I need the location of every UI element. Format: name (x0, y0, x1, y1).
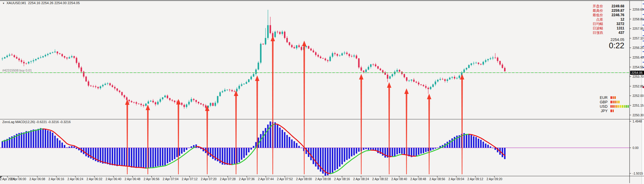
strength-bar (612, 105, 613, 108)
time-tick-label: 2 Apr 07:36 (239, 177, 255, 181)
price-tick-label: 2252.00 (633, 94, 644, 97)
info-label: 点差 (582, 17, 603, 22)
strength-bars (610, 105, 629, 108)
info-label: 日波幅 (582, 26, 603, 31)
candles-layer (2, 10, 506, 109)
time-tick-label: 2 Apr 09:20 (486, 177, 502, 181)
time-tick-label: 2 Apr 08:08 (315, 177, 331, 181)
strength-bars (610, 110, 629, 112)
info-row: 日均幅3272 (582, 22, 624, 26)
price-tick-label: 2258.80 (633, 17, 644, 21)
trading-terminal-window: ▼XAUUSD,M1 2254.16 2254.26 2254.00 2254.… (0, 0, 644, 184)
info-label: 日涨跌 (582, 31, 603, 35)
price-tick-label: 2253.70 (633, 75, 644, 78)
symbol-ohlc-values: 2254.16 2254.26 2254.00 2254.05 (28, 1, 80, 5)
info-value: 1311 (603, 26, 624, 31)
symbol-name: XAUUSD,M1 (6, 1, 26, 5)
strength-bar (628, 105, 629, 108)
candle-countdown-timer: 0:22 (609, 41, 624, 50)
time-tick-label: 2 Apr 08:56 (429, 177, 445, 181)
strength-bars (610, 101, 629, 103)
price-tick-label: 2259.65 (633, 8, 644, 11)
price-tick-label: 2252.85 (633, 84, 644, 88)
time-tick-label: 2 Apr 08:32 (372, 177, 388, 181)
time-tick-label: 2 Apr 07:12 (182, 177, 198, 181)
time-tick-label: 2 Apr 06:48 (125, 177, 140, 181)
strength-bar (616, 105, 617, 108)
strength-bars (610, 96, 629, 99)
strength-bar (610, 105, 612, 108)
strength-bar (610, 110, 612, 112)
trade-signal-arrow (388, 87, 390, 174)
time-tick-label: 2 Apr 08:00 (296, 177, 312, 181)
info-label: 最低价 (582, 13, 603, 17)
strength-bar (618, 101, 620, 103)
strength-bar (613, 96, 614, 99)
info-label: 日均幅 (582, 22, 603, 26)
info-row: 开盘价2249.68 (582, 4, 624, 9)
strength-bar (613, 101, 614, 103)
trade-signal-arrow (272, 40, 273, 174)
chart-borders (0, 0, 644, 184)
currency-row: GBP (600, 100, 629, 104)
strength-bar (614, 105, 615, 108)
price-tick-label: 2256.25 (633, 46, 644, 49)
macd-histogram (2, 122, 506, 176)
strength-bar (610, 96, 612, 99)
currency-code: JPY (601, 109, 608, 113)
chart-canvas[interactable] (0, 0, 644, 184)
time-tick-label: 2 Apr 06:32 (86, 177, 102, 181)
time-tick-label: 2 Apr 08:16 (334, 177, 350, 181)
trade-signal-arrow (206, 110, 208, 174)
strength-bar (624, 105, 625, 108)
time-tick-label: 2 Apr 06:00 (10, 177, 26, 181)
macd-tick-label: -1.5015 (633, 172, 643, 175)
trade-signal-arrow (303, 45, 305, 174)
trade-signal-arrow (406, 93, 407, 174)
time-tick-label: 2 Apr 06:24 (68, 177, 83, 181)
macd-indicator-label: ZeroLag MACD(12,26) -0.6221 -0.3216 -0.3… (2, 120, 71, 124)
info-row: 日涨跌437 (582, 31, 624, 35)
trade-signal-arrow (461, 78, 463, 174)
price-tick-label: 2254.55 (633, 65, 644, 69)
trade-signal-arrow (178, 103, 179, 174)
daily-info-panel: 开盘价2249.68最高价2259.87最低价2246.76点差12日均幅327… (582, 4, 624, 35)
info-value: 2249.68 (603, 4, 624, 9)
currency-code: EUR (600, 96, 608, 100)
price-tick-label: 2251.15 (633, 104, 644, 107)
trade-signal-arrow (360, 78, 362, 174)
time-tick-label: 2 Apr 06:08 (29, 177, 45, 181)
strength-bar (613, 110, 614, 112)
chevron-down-icon[interactable]: ▼ (2, 2, 5, 5)
price-tick-label: 2255.40 (633, 56, 644, 59)
currency-row: JPY (600, 109, 629, 113)
info-row: 日波幅1311 (582, 26, 624, 31)
strength-bar (614, 101, 616, 103)
current-price-tag: 2254.05 (630, 71, 644, 75)
info-label: 最高价 (582, 9, 603, 13)
info-row: 最高价2259.87 (582, 9, 624, 13)
strength-bar (610, 101, 612, 103)
time-tick-label: 2 Apr 08:24 (353, 177, 369, 181)
info-label: 开盘价 (582, 4, 603, 9)
strength-bar (614, 96, 616, 99)
time-tick-label: 2 Apr 09:12 (467, 177, 483, 181)
time-tick-label: 2 Apr 07:20 (201, 177, 217, 181)
info-row: 点差12 (582, 17, 624, 22)
strength-bar (616, 101, 618, 103)
time-tick-label: 2 Apr 07:28 (220, 177, 236, 181)
time-tick-label: 2 Apr 07:52 (277, 177, 293, 181)
open-position-label[interactable]: #42315508 buy 0.01 (2, 69, 32, 72)
price-tick-label: 2257.95 (633, 27, 644, 30)
macd-tick-label: 0.00 (633, 146, 638, 150)
time-tick-label: 2 Apr 08:40 (391, 177, 407, 181)
symbol-ohlc-label: ▼XAUUSD,M1 2254.16 2254.26 2254.00 2254.… (2, 1, 80, 5)
time-tick-label: 2 Apr 07:04 (163, 177, 179, 181)
price-tick-label: 2250.30 (633, 113, 644, 117)
info-value: 2246.76 (603, 13, 624, 17)
time-tick-label: 2 Apr 06:40 (106, 177, 121, 181)
time-tick-label: 2 Apr 09:04 (449, 177, 464, 181)
time-tick-label: 2 Apr 06:56 (144, 177, 160, 181)
macd-tick-label: 1.4948 (633, 120, 642, 123)
time-tick-label: 2 Apr 07:44 (258, 177, 274, 181)
